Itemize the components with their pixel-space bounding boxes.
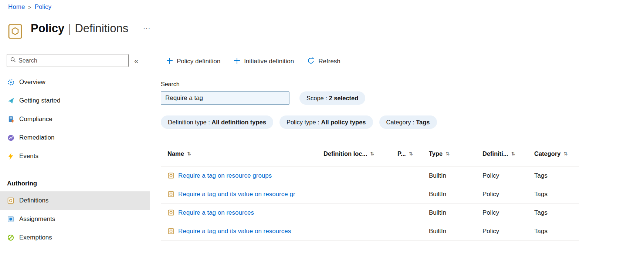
column-header-type[interactable]: Type ⇅ [429, 150, 482, 157]
column-label: Type [429, 150, 443, 157]
category-cell: Tags [534, 209, 579, 217]
definitions-table: Name ⇅ Definition loc... ⇅ P... ⇅ Type ⇅… [161, 146, 579, 241]
definition-type-filter-pill[interactable]: Definition type : All definition types [161, 115, 273, 129]
definition-link[interactable]: Require a tag and its value on resources [178, 228, 291, 235]
table-row[interactable]: Require a tag on resources BuiltIn Polic… [161, 204, 579, 222]
sort-icon: ⇅ [564, 151, 568, 157]
more-options-icon[interactable]: ··· [143, 25, 150, 32]
column-label: P... [397, 150, 406, 157]
sort-icon: ⇅ [511, 151, 515, 157]
column-header-policies[interactable]: P... ⇅ [397, 150, 429, 157]
pill-name: Category [386, 119, 411, 126]
pill-separator: : [411, 119, 416, 126]
column-header-name[interactable]: Name ⇅ [161, 150, 323, 157]
table-body: Require a tag on resource groups BuiltIn… [161, 166, 579, 241]
column-label: Definiti... [482, 150, 508, 157]
category-filter-pill[interactable]: Category : Tags [379, 115, 437, 129]
chevron-right-icon: > [28, 4, 31, 10]
sidebar-section-authoring: Authoring [0, 176, 150, 191]
main-content: Policy definition Initiative definition … [161, 54, 579, 241]
name-cell: Require a tag on resource groups [161, 172, 323, 180]
definition-type-cell: Policy [482, 228, 534, 235]
sidebar-item-overview[interactable]: Overview [0, 73, 150, 91]
sidebar-search-row: « [0, 54, 150, 67]
sidebar-item-remediation[interactable]: Remediation [0, 128, 150, 147]
breadcrumb-policy-link[interactable]: Policy [35, 3, 51, 11]
page-title-primary: Policy [31, 22, 64, 35]
pill-name: Definition type [168, 119, 207, 126]
policy-definition-icon [168, 191, 174, 197]
sort-icon: ⇅ [409, 151, 413, 157]
definition-link[interactable]: Require a tag and its value on resource … [178, 191, 295, 198]
events-icon [7, 153, 14, 160]
pill-name: Policy type [287, 119, 316, 126]
type-cell: BuiltIn [429, 228, 482, 235]
definition-search-input[interactable] [161, 91, 289, 105]
table-row[interactable]: Require a tag and its value on resource … [161, 185, 579, 204]
sidebar-item-label: Getting started [19, 97, 61, 104]
pill-value: Tags [416, 119, 430, 126]
definitions-icon [7, 197, 14, 204]
sidebar-item-label: Events [19, 152, 38, 160]
filter-row-2: Definition type : All definition types P… [161, 115, 579, 129]
column-header-definition-location[interactable]: Definition loc... ⇅ [323, 150, 397, 157]
sidebar-item-getting-started[interactable]: Getting started [0, 91, 150, 110]
overview-icon [7, 79, 14, 86]
sidebar-item-label: Definitions [19, 197, 48, 204]
policy-definition-icon [168, 172, 174, 179]
category-cell: Tags [534, 191, 579, 198]
sidebar-item-events[interactable]: Events [0, 147, 150, 165]
table-row[interactable]: Require a tag on resource groups BuiltIn… [161, 167, 579, 185]
name-cell: Require a tag on resources [161, 209, 323, 217]
plus-icon [166, 57, 173, 66]
sidebar-item-label: Assignments [19, 215, 55, 223]
definition-link[interactable]: Require a tag on resources [178, 209, 254, 217]
sidebar-search-input[interactable] [18, 57, 125, 64]
sidebar-nav: Overview Getting started Compliance [0, 73, 150, 247]
table-header: Name ⇅ Definition loc... ⇅ P... ⇅ Type ⇅… [161, 146, 579, 161]
column-header-category[interactable]: Category ⇅ [534, 150, 579, 157]
definition-type-cell: Policy [482, 172, 534, 180]
page-title: Policy|Definitions [31, 20, 128, 37]
breadcrumb-home-link[interactable]: Home [8, 3, 25, 11]
type-cell: BuiltIn [429, 172, 482, 180]
pill-value: All definition types [211, 119, 266, 126]
command-bar: Policy definition Initiative definition … [161, 54, 579, 69]
policy-type-filter-pill[interactable]: Policy type : All policy types [279, 115, 373, 129]
sidebar-item-label: Overview [19, 78, 45, 86]
name-cell: Require a tag and its value on resources [161, 228, 323, 235]
sidebar: « Overview Getting started [0, 54, 150, 247]
sidebar-item-assignments[interactable]: Assignments [0, 210, 150, 228]
scope-filter-pill[interactable]: Scope : 2 selected [299, 91, 365, 105]
definition-link[interactable]: Require a tag on resource groups [178, 172, 272, 180]
refresh-icon [307, 57, 315, 66]
breadcrumb: Home > Policy [8, 3, 51, 11]
button-label: Policy definition [177, 58, 220, 65]
refresh-button[interactable]: Refresh [307, 57, 340, 66]
sidebar-item-compliance[interactable]: Compliance [0, 110, 150, 128]
sidebar-item-definitions[interactable]: Definitions [0, 191, 150, 210]
sort-icon: ⇅ [445, 151, 450, 157]
definition-type-cell: Policy [482, 191, 534, 198]
search-label: Search [161, 81, 579, 88]
remediation-icon [7, 134, 14, 141]
collapse-sidebar-icon[interactable]: « [134, 57, 138, 64]
page-header: Policy|Definitions ··· [8, 17, 151, 41]
sidebar-item-label: Exemptions [19, 234, 52, 241]
column-label: Category [534, 150, 561, 157]
pill-name: Scope [306, 95, 324, 102]
table-row[interactable]: Require a tag and its value on resources… [161, 222, 579, 241]
policy-definition-button[interactable]: Policy definition [166, 57, 220, 66]
page-title-separator: | [68, 22, 71, 35]
initiative-definition-button[interactable]: Initiative definition [234, 57, 294, 66]
policy-definition-icon [168, 209, 174, 216]
sort-icon: ⇅ [187, 151, 191, 157]
sort-icon: ⇅ [370, 151, 374, 157]
filter-row-1: Scope : 2 selected [161, 91, 579, 105]
button-label: Initiative definition [244, 58, 294, 65]
name-cell: Require a tag and its value on resource … [161, 191, 323, 198]
getting-started-icon [7, 97, 14, 104]
column-header-definition-type[interactable]: Definiti... ⇅ [482, 150, 534, 157]
search-icon [10, 57, 16, 64]
sidebar-item-exemptions[interactable]: Exemptions [0, 228, 150, 247]
